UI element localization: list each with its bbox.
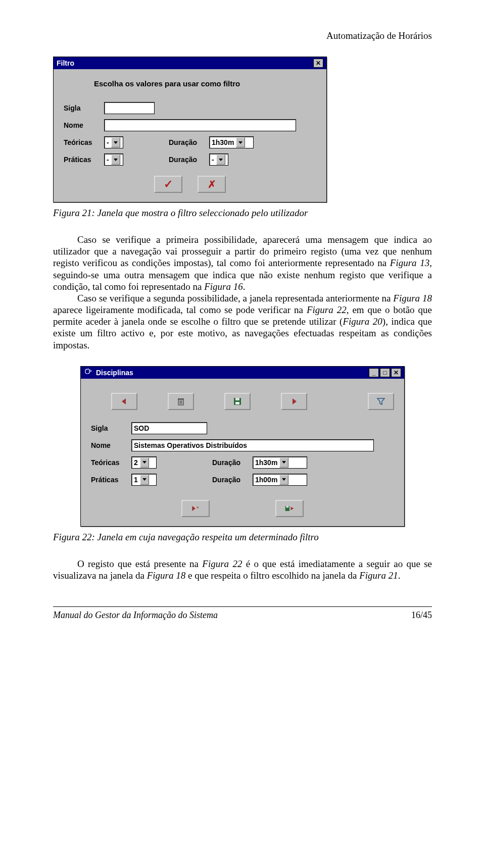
duracao-praticas-select[interactable]: -: [209, 154, 228, 166]
filter-instruction: Escolha os valores para usar como filtro: [94, 79, 316, 88]
duracao-teoricas-select[interactable]: 1h30m: [209, 136, 254, 148]
filter-dialog: Filtro ✕ Escolha os valores para usar co…: [53, 57, 327, 202]
teoricas-select[interactable]: -: [104, 136, 123, 148]
label-duracao-t: Duração: [169, 138, 204, 146]
save-next-button[interactable]: [275, 500, 304, 517]
teoricas-value2: 2: [134, 458, 138, 467]
chevron-down-icon[interactable]: [279, 475, 288, 485]
close-icon[interactable]: ✕: [391, 368, 401, 377]
floppy-icon: [232, 396, 243, 406]
arrow-left-icon: [119, 396, 129, 406]
new-next-button[interactable]: *: [181, 500, 210, 517]
svg-rect-8: [235, 402, 239, 404]
chevron-down-icon[interactable]: [216, 155, 225, 165]
minimize-icon[interactable]: _: [369, 368, 379, 377]
label-duracao-p: Duração: [169, 156, 204, 164]
arrow-right-star-icon: *: [190, 503, 201, 514]
duracao-praticas-value: -: [212, 156, 214, 164]
maximize-icon[interactable]: □: [380, 368, 390, 377]
close-icon[interactable]: ✕: [313, 59, 323, 68]
x-icon: ✗: [208, 178, 216, 190]
save-button[interactable]: [224, 393, 251, 410]
label-nome: Nome: [64, 121, 99, 129]
svg-marker-9: [293, 398, 297, 404]
sigla-input2[interactable]: SOD: [131, 422, 207, 434]
chevron-down-icon[interactable]: [140, 475, 149, 485]
label-duracao-t2: Duração: [212, 458, 248, 467]
chevron-down-icon[interactable]: [279, 457, 288, 468]
prev-button[interactable]: [111, 393, 137, 410]
praticas-value2: 1: [134, 476, 138, 484]
label-nome2: Nome: [91, 441, 126, 449]
svg-rect-7: [235, 398, 239, 400]
footer-right: 16/45: [411, 610, 432, 621]
body-paragraph-1: Caso se verifique a primeira possibilida…: [53, 234, 432, 351]
chevron-down-icon[interactable]: [111, 137, 120, 147]
confirm-button[interactable]: ✓: [154, 176, 182, 193]
duracao-teoricas-value2: 1h30m: [255, 458, 277, 467]
sigla-input[interactable]: [104, 102, 155, 114]
funnel-icon: [376, 396, 386, 406]
duracao-teoricas-value: 1h30m: [212, 138, 234, 146]
cancel-button[interactable]: ✗: [198, 176, 226, 193]
duracao-praticas-value2: 1h00m: [255, 476, 277, 484]
page-footer: Manual do Gestor da Informação do Sistem…: [53, 606, 432, 621]
disciplinas-title: Disciplinas: [96, 369, 133, 377]
figure22-caption: Figura 22: Janela em cuja navegação resp…: [53, 532, 432, 543]
label-teoricas2: Teóricas: [91, 458, 126, 467]
svg-rect-5: [178, 398, 184, 399]
figure21-caption: Figura 21: Janela que mostra o filtro se…: [53, 208, 432, 219]
filter-titlebar: Filtro ✕: [54, 57, 326, 69]
duracao-teoricas-select2[interactable]: 1h30m: [253, 456, 307, 469]
filter-button[interactable]: [368, 393, 394, 410]
page-header: Automatização de Horários: [53, 30, 432, 41]
label-duracao-p2: Duração: [212, 476, 248, 484]
nome-input2[interactable]: Sistemas Operativos Distribuídos: [131, 439, 374, 451]
delete-button[interactable]: [168, 393, 194, 410]
svg-text:*: *: [197, 505, 199, 511]
label-praticas: Práticas: [64, 156, 99, 164]
label-sigla: Sigla: [64, 104, 99, 112]
arrow-right-icon: [289, 396, 299, 406]
chevron-down-icon[interactable]: [236, 137, 245, 147]
chevron-down-icon[interactable]: [140, 457, 149, 468]
praticas-select[interactable]: -: [104, 154, 123, 166]
teoricas-select2[interactable]: 2: [131, 456, 157, 469]
disciplinas-dialog: Disciplinas _ □ ✕: [80, 366, 405, 527]
svg-marker-10: [377, 398, 384, 404]
trash-icon: [176, 396, 186, 406]
java-cup-icon: [84, 368, 92, 375]
filter-title: Filtro: [57, 59, 74, 67]
next-button[interactable]: [281, 393, 307, 410]
svg-marker-15: [291, 506, 294, 510]
duracao-praticas-select2[interactable]: 1h00m: [253, 474, 307, 486]
svg-marker-11: [192, 506, 196, 511]
svg-marker-0: [122, 398, 126, 404]
body-paragraph-3: O registo que está presente na Figura 22…: [53, 558, 432, 581]
disciplinas-titlebar: Disciplinas _ □ ✕: [81, 367, 404, 379]
svg-rect-14: [286, 506, 288, 507]
praticas-select2[interactable]: 1: [131, 474, 157, 486]
floppy-arrow-icon: [284, 503, 295, 514]
footer-left: Manual do Gestor da Informação do Sistem…: [53, 610, 218, 621]
label-praticas2: Práticas: [91, 476, 126, 484]
chevron-down-icon[interactable]: [111, 155, 120, 165]
check-icon: ✓: [164, 178, 173, 191]
teoricas-value: -: [107, 138, 109, 146]
label-teoricas: Teóricas: [64, 138, 99, 146]
praticas-value: -: [107, 156, 109, 164]
nome-input[interactable]: [104, 119, 296, 131]
label-sigla2: Sigla: [91, 424, 126, 432]
